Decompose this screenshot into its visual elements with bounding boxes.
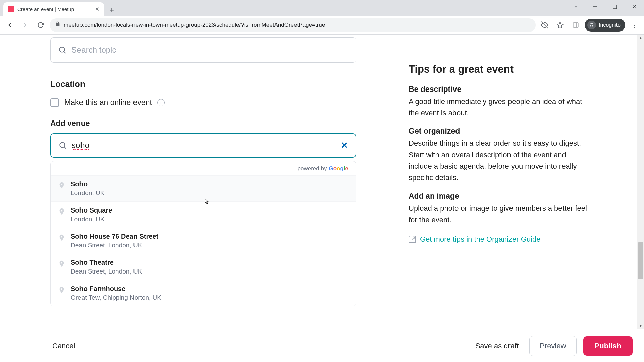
location-pin-icon [58,182,65,189]
preview-button[interactable]: Preview [529,336,576,356]
browser-tab[interactable]: Create an event | Meetup ✕ [3,2,104,16]
svg-rect-1 [613,5,617,9]
window-maximize-button[interactable] [605,0,625,13]
url-text: meetup.com/london-locals-new-in-town-mee… [64,22,530,28]
favicon-icon [8,6,14,12]
search-topic-field[interactable] [50,37,356,63]
search-icon [58,46,67,54]
location-pin-icon [58,234,65,241]
tabs-dropdown-icon[interactable] [566,4,586,9]
main-column: Location Make this an online event i Add… [50,37,356,306]
eye-off-icon[interactable] [538,19,551,32]
new-tab-button[interactable]: ＋ [106,4,117,16]
location-pin-icon [58,208,65,215]
scrollbar-track[interactable] [637,35,644,329]
tip-heading: Be descriptive [409,85,588,94]
tip-heading: Add an image [409,192,588,201]
external-link-icon [409,236,416,243]
tips-sidebar: Tips for a great event Be descriptive A … [409,51,588,256]
venue-input[interactable] [72,141,336,150]
suggestion-sub: Dean Street, London, UK [71,268,142,275]
browser-chrome: Create an event | Meetup ✕ ＋ [0,0,644,35]
browser-toolbar: meetup.com/london-locals-new-in-town-mee… [0,16,644,35]
svg-point-8 [590,25,592,27]
window-controls [566,0,644,13]
suggestion-name: Soho House 76 Dean Street [71,233,158,240]
venue-suggestions-dropdown: powered by Google Soho London, UK Soho S… [50,161,356,306]
svg-marker-5 [557,22,563,27]
browser-menu-button[interactable]: ⋮ [628,19,641,32]
location-section-label: Location [50,79,356,89]
back-button[interactable] [3,19,16,32]
suggestion-name: Soho Theatre [71,259,142,266]
venue-search-field[interactable]: ✕ [50,133,356,158]
tab-title: Create an event | Meetup [17,6,92,12]
tip-heading: Get organized [409,127,588,136]
powered-by-google: powered by Google [51,161,356,175]
tip-body: A good title immediately gives people an… [409,96,588,119]
publish-button[interactable]: Publish [583,336,633,356]
close-tab-icon[interactable]: ✕ [95,6,99,12]
window-minimize-button[interactable] [586,0,605,13]
suggestion-sub: Great Tew, Chipping Norton, UK [71,294,161,301]
tip-body: Upload a photo or image to give members … [409,203,588,226]
suggestion-sub: London, UK [71,189,104,197]
window-close-button[interactable] [625,0,644,13]
svg-line-11 [64,52,66,53]
incognito-badge[interactable]: Incognito [585,19,625,32]
search-icon [58,141,67,150]
page-content: Location Make this an online event i Add… [0,35,644,362]
svg-rect-6 [573,23,578,27]
scroll-up-icon[interactable]: ▲ [637,35,644,41]
address-bar[interactable]: meetup.com/london-locals-new-in-town-mee… [50,18,536,32]
clear-input-icon[interactable]: ✕ [341,140,348,151]
venue-suggestion[interactable]: Soho London, UK [51,175,356,201]
suggestion-sub: London, UK [71,216,112,223]
reload-button[interactable] [34,19,47,32]
online-event-checkbox[interactable] [50,98,59,107]
scrollbar-thumb[interactable] [638,242,643,279]
info-icon[interactable]: i [157,99,165,106]
google-logo-text: Google [329,165,348,172]
guide-link-text: Get more tips in the Organizer Guide [420,235,541,244]
venue-suggestion[interactable]: Soho House 76 Dean Street Dean Street, L… [51,228,356,254]
lock-icon [55,21,60,28]
suggestion-sub: Dean Street, London, UK [71,242,158,249]
suggestion-name: Soho Square [71,206,112,214]
cancel-button[interactable]: Cancel [52,342,75,350]
incognito-icon [587,21,596,29]
venue-suggestion[interactable]: Soho Square London, UK [51,201,356,228]
tips-title: Tips for a great event [409,63,588,75]
save-draft-button[interactable]: Save as draft [475,342,519,350]
svg-point-10 [59,47,64,52]
guide-link-row[interactable]: Get more tips in the Organizer Guide [409,235,588,244]
footer-bar: Cancel Save as draft Preview Publish [0,329,644,362]
search-topic-input[interactable] [71,45,348,55]
location-pin-icon [58,260,65,267]
bookmark-star-icon[interactable] [554,19,567,32]
svg-point-9 [592,25,594,27]
suggestion-name: Soho [71,180,104,188]
tip-body: Describe things in a clear order so it's… [409,138,588,183]
side-panel-icon[interactable] [569,19,582,32]
venue-suggestion[interactable]: Soho Theatre Dean Street, London, UK [51,254,356,280]
location-pin-icon [58,286,65,294]
svg-point-12 [60,142,65,147]
forward-button[interactable] [19,19,32,32]
venue-suggestion[interactable]: Soho Farmhouse Great Tew, Chipping Norto… [51,280,356,306]
venue-label: Add venue [50,119,356,128]
suggestion-name: Soho Farmhouse [71,285,161,293]
scroll-down-icon[interactable]: ▼ [637,322,644,329]
incognito-label: Incognito [599,22,621,28]
online-event-row: Make this an online event i [50,98,356,107]
tab-strip: Create an event | Meetup ✕ ＋ [0,0,644,16]
online-event-label: Make this an online event [64,98,152,107]
svg-line-13 [64,147,66,149]
